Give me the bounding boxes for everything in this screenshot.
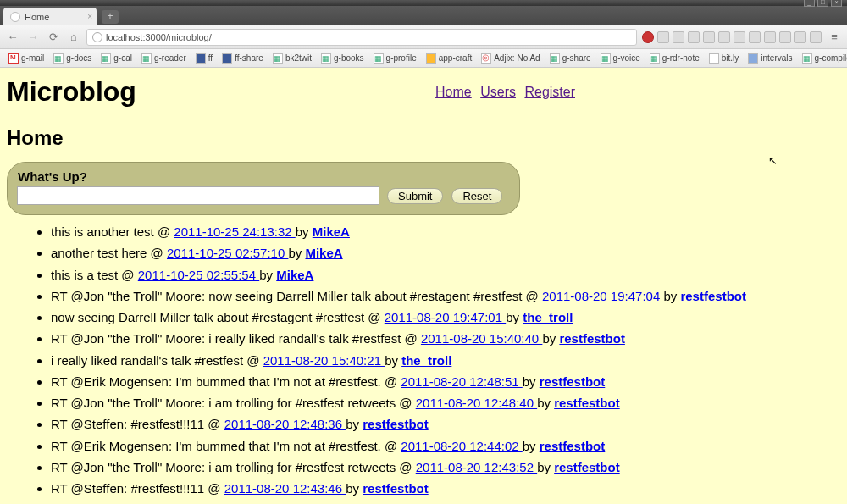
extension-icon[interactable] (779, 31, 791, 43)
bookmark-item[interactable]: ff (192, 53, 216, 64)
nav-link-register[interactable]: Register (524, 85, 575, 99)
post-user-link[interactable]: the_troll (523, 310, 573, 324)
extension-icon[interactable] (764, 31, 776, 43)
post-user-link[interactable]: restfestbot (540, 439, 606, 453)
bookmark-item[interactable]: g-docs (50, 53, 95, 64)
post-user-link[interactable]: restfestbot (363, 417, 429, 431)
post-by-label: by (663, 289, 680, 303)
post-user-link[interactable]: restfestbot (554, 460, 620, 474)
bookmark-favicon (481, 53, 491, 64)
post-user-link[interactable]: the_troll (401, 353, 451, 368)
window-minimize-button[interactable]: _ (804, 0, 815, 7)
post-timestamp-link[interactable]: 2011-08-20 12:44:02 (401, 439, 522, 453)
submit-button[interactable]: Submit (387, 188, 443, 204)
browser-window: _ □ × Home × + ← → ⟳ ⌂ localhost:3000/mi… (0, 0, 847, 504)
post-timestamp-link[interactable]: 2011-08-20 12:43:52 (416, 460, 537, 474)
bookmark-label: intervals (761, 53, 792, 63)
post-user-link[interactable]: MikeA (305, 246, 342, 260)
post-timestamp-link[interactable]: 2011-10-25 02:57:10 (167, 246, 288, 260)
bookmark-favicon (550, 53, 560, 64)
nav-link-users[interactable]: Users (480, 85, 516, 99)
bookmark-item[interactable]: g-share (546, 53, 595, 64)
post-item: RT @Erik Mogensen: I'm bummed that I'm n… (51, 438, 840, 455)
post-timestamp-link[interactable]: 2011-10-25 24:13:32 (174, 224, 295, 239)
extension-icon[interactable] (657, 31, 669, 43)
bookmark-favicon (601, 53, 611, 64)
wrench-menu-button[interactable]: ≡ (827, 30, 842, 45)
bookmark-item[interactable]: app-craft (423, 53, 475, 64)
url-field[interactable]: localhost:3000/microblog/ (86, 29, 637, 46)
post-timestamp-link[interactable]: 2011-08-20 12:48:36 (224, 417, 346, 431)
post-text: now seeing Darrell Miller talk about #re… (51, 310, 385, 324)
extension-icon[interactable] (673, 31, 684, 43)
home-button[interactable]: ⌂ (66, 30, 81, 45)
window-titlebar: _ □ × (0, 0, 847, 6)
bookmark-label: bit.ly (722, 53, 739, 63)
reload-button[interactable]: ⟳ (46, 30, 61, 45)
post-text: RT @Jon "the Troll" Moore: now seeing Da… (51, 289, 542, 303)
tab-favicon (10, 12, 20, 22)
post-timestamp-link[interactable]: 2011-08-20 12:43:46 (224, 481, 346, 496)
post-by-label: by (523, 439, 540, 453)
extension-icon[interactable] (810, 31, 822, 43)
post-item: this is a test @ 2011-10-25 02:55:54 by … (51, 267, 840, 284)
post-timestamp-link[interactable]: 2011-08-20 19:47:04 (542, 289, 663, 303)
forward-button[interactable]: → (25, 30, 41, 45)
extension-icon[interactable] (749, 31, 761, 43)
bookmark-item[interactable]: g-reader (138, 53, 190, 64)
post-by-label: by (288, 246, 305, 260)
post-user-link[interactable]: restfestbot (554, 396, 620, 410)
post-user-link[interactable]: restfestbot (540, 374, 606, 389)
bookmark-item[interactable]: g-books (318, 53, 368, 64)
bookmark-label: g-compile (815, 53, 847, 63)
post-timestamp-link[interactable]: 2011-10-25 02:55:54 (138, 268, 259, 282)
extension-icon[interactable] (688, 31, 700, 43)
bookmark-item[interactable]: bk2twit (269, 53, 315, 64)
bookmark-item[interactable]: g-cal (97, 53, 136, 64)
bookmark-item[interactable]: intervals (745, 53, 795, 64)
bookmark-item[interactable]: bit.ly (706, 53, 743, 64)
post-user-link[interactable]: MikeA (276, 268, 313, 282)
post-timestamp-link[interactable]: 2011-08-20 15:40:40 (421, 331, 542, 346)
extension-icon[interactable] (642, 31, 654, 43)
post-user-link[interactable]: restfestbot (363, 481, 429, 496)
bookmark-item[interactable]: ff-share (219, 53, 267, 64)
post-timestamp-link[interactable]: 2011-08-20 19:47:01 (385, 310, 506, 324)
post-by-label: by (537, 396, 554, 410)
bookmark-item[interactable]: Adjix: No Ad (478, 53, 543, 64)
bookmark-label: g-books (334, 53, 364, 63)
post-by-label: by (346, 417, 363, 431)
bookmark-item[interactable]: g-mail (5, 53, 47, 64)
extension-icon[interactable] (734, 31, 745, 43)
bookmark-favicon (222, 53, 232, 64)
bookmark-item[interactable]: g-profile (370, 53, 420, 64)
bookmark-favicon (101, 53, 111, 64)
post-user-link[interactable]: restfestbot (680, 289, 746, 303)
bookmark-label: g-rdr-note (662, 53, 700, 63)
extension-icon[interactable] (794, 31, 806, 43)
mouse-cursor-icon: ↖ (768, 154, 778, 167)
post-timestamp-link[interactable]: 2011-08-20 12:48:40 (416, 396, 537, 410)
post-item: RT @Jon "the Troll" Moore: i really like… (51, 330, 840, 347)
extension-icon[interactable] (703, 31, 715, 43)
nav-link-home[interactable]: Home (435, 85, 472, 99)
bookmark-item[interactable]: g-rdr-note (646, 53, 703, 64)
browser-tab[interactable]: Home × (3, 8, 97, 25)
compose-input[interactable] (18, 187, 379, 204)
post-item: this is another test @ 2011-10-25 24:13:… (51, 224, 840, 241)
post-timestamp-link[interactable]: 2011-08-20 15:40:21 (263, 353, 385, 368)
bookmark-item[interactable]: g-compile (799, 53, 847, 64)
post-user-link[interactable]: MikeA (313, 224, 350, 239)
bookmark-favicon (426, 53, 436, 64)
extension-icon[interactable] (718, 31, 730, 43)
bookmark-item[interactable]: g-voice (597, 53, 644, 64)
post-timestamp-link[interactable]: 2011-08-20 12:48:51 (401, 374, 522, 389)
window-maximize-button[interactable]: □ (817, 0, 828, 7)
post-item: now seeing Darrell Miller talk about #re… (51, 309, 840, 326)
window-close-button[interactable]: × (831, 0, 842, 7)
tab-close-icon[interactable]: × (87, 12, 92, 21)
back-button[interactable]: ← (5, 30, 20, 45)
new-tab-button[interactable]: + (102, 10, 119, 24)
post-user-link[interactable]: restfestbot (559, 331, 625, 346)
reset-button[interactable]: Reset (451, 188, 502, 204)
